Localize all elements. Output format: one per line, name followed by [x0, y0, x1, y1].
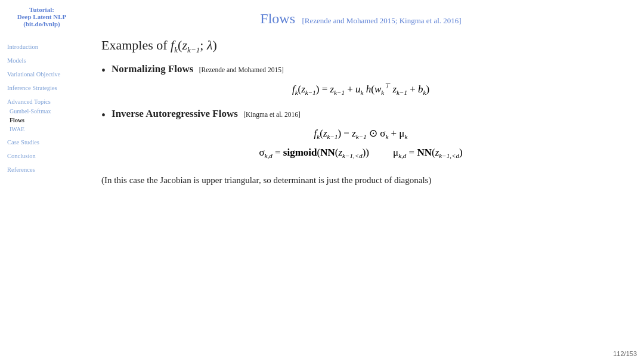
- sidebar-item-iwae[interactable]: IWAE: [5, 125, 79, 134]
- main-content: Flows [Rezende and Mohamed 2015; Kingma …: [83, 0, 644, 362]
- bullet-label-2: Inverse Autoregressive Flows [Kingma et …: [112, 108, 301, 120]
- normalizing-flows-formula: fk(zk−1) = zk−1 + uk h(wk⊤ zk−1 + bk): [101, 82, 620, 96]
- sidebar-item-gumbel-softmax[interactable]: Gumbel-Softmax: [5, 107, 79, 116]
- normalizing-flows-ref: [Rezende and Mohamed 2015]: [199, 66, 284, 73]
- bullet-dot-1: •: [101, 63, 106, 78]
- sidebar-item-flows[interactable]: Flows: [5, 116, 79, 125]
- sidebar-item-references[interactable]: References: [5, 165, 79, 175]
- bullet-label-1: Normalizing Flows [Rezende and Mohamed 2…: [112, 63, 284, 75]
- iaf-formula2: σk,d = sigmoid(NN(zk−1,<d)) μk,d = NN(zk…: [101, 147, 620, 159]
- sidebar-item-case-studies[interactable]: Case Studies: [5, 137, 79, 147]
- logo-line1: Tutorial:: [5, 6, 79, 13]
- iaf-ref: [Kingma et al. 2016]: [243, 111, 301, 118]
- sidebar-logo: Tutorial: Deep Latent NLP (bit.do/lvnlp): [5, 6, 79, 27]
- sidebar-item-inference-strategies[interactable]: Inference Strategies: [5, 83, 79, 93]
- footnote: (In this case the Jacobian is upper tria…: [101, 174, 620, 187]
- iaf-formula1: fk(zk−1) = zk−1 ⊙ σk + μk: [101, 127, 620, 140]
- slide-title-text: Flows: [260, 11, 295, 26]
- bullet-iaf: • Inverse Autoregressive Flows [Kingma e…: [101, 108, 620, 163]
- mu-formula: μk,d = NN(zk−1,<d): [393, 147, 463, 159]
- sidebar-item-advanced-topics[interactable]: Advanced Topics: [5, 97, 79, 107]
- logo-line2: Deep Latent NLP: [5, 13, 79, 20]
- slide-title: Flows [Rezende and Mohamed 2015; Kingma …: [101, 11, 620, 27]
- sidebar-item-variational-objective[interactable]: Variational Objective: [5, 69, 79, 79]
- sidebar-item-models[interactable]: Models: [5, 55, 79, 66]
- examples-heading: Examples of fk(zk−1; λ): [101, 38, 620, 55]
- bullet-normalizing-flows: • Normalizing Flows [Rezende and Mohamed…: [101, 63, 620, 102]
- logo-line3: (bit.do/lvnlp): [5, 20, 79, 27]
- sidebar-item-introduction[interactable]: Introduction: [5, 42, 79, 52]
- sidebar-item-conclusion[interactable]: Conclusion: [5, 151, 79, 161]
- bullet-dot-2: •: [101, 108, 106, 122]
- sidebar: Tutorial: Deep Latent NLP (bit.do/lvnlp)…: [0, 0, 83, 362]
- slide-number: 112/153: [613, 350, 637, 357]
- sigma-formula: σk,d = sigmoid(NN(zk−1,<d)): [259, 147, 369, 159]
- slide-title-ref: [Rezende and Mohamed 2015; Kingma et al.…: [302, 16, 462, 25]
